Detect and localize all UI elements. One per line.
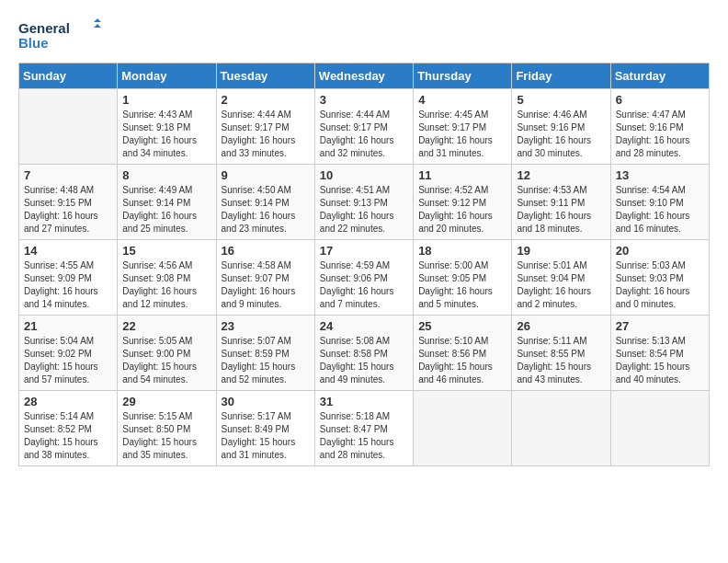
header-day: Tuesday bbox=[216, 63, 314, 89]
header-day: Saturday bbox=[610, 63, 709, 89]
day-number: 17 bbox=[320, 244, 408, 258]
day-info: Sunrise: 5:10 AM Sunset: 8:56 PM Dayligh… bbox=[418, 335, 506, 386]
day-info: Sunrise: 5:13 AM Sunset: 8:54 PM Dayligh… bbox=[616, 335, 704, 386]
day-info: Sunrise: 5:04 AM Sunset: 9:02 PM Dayligh… bbox=[24, 335, 112, 386]
day-number: 2 bbox=[222, 93, 310, 107]
day-number: 24 bbox=[320, 319, 408, 333]
calendar-cell: 4Sunrise: 4:45 AM Sunset: 9:17 PM Daylig… bbox=[414, 89, 512, 165]
calendar-cell: 11Sunrise: 4:52 AM Sunset: 9:12 PM Dayli… bbox=[414, 165, 512, 240]
header-day: Monday bbox=[118, 63, 216, 89]
calendar-cell bbox=[414, 391, 512, 466]
calendar-week: 7Sunrise: 4:48 AM Sunset: 9:15 PM Daylig… bbox=[19, 165, 710, 240]
calendar-cell: 6Sunrise: 4:47 AM Sunset: 9:16 PM Daylig… bbox=[610, 89, 709, 165]
day-number: 13 bbox=[616, 168, 704, 182]
calendar-cell: 1Sunrise: 4:43 AM Sunset: 9:18 PM Daylig… bbox=[118, 89, 216, 165]
calendar-cell: 25Sunrise: 5:10 AM Sunset: 8:56 PM Dayli… bbox=[414, 316, 512, 391]
day-info: Sunrise: 5:00 AM Sunset: 9:05 PM Dayligh… bbox=[418, 259, 506, 311]
day-number: 25 bbox=[418, 319, 506, 333]
header-day: Wednesday bbox=[314, 63, 413, 89]
day-info: Sunrise: 4:58 AM Sunset: 9:07 PM Dayligh… bbox=[222, 259, 310, 311]
day-info: Sunrise: 5:08 AM Sunset: 8:58 PM Dayligh… bbox=[320, 335, 408, 386]
calendar-cell: 5Sunrise: 4:46 AM Sunset: 9:16 PM Daylig… bbox=[512, 89, 610, 165]
day-info: Sunrise: 4:56 AM Sunset: 9:08 PM Dayligh… bbox=[122, 259, 210, 311]
calendar-cell: 8Sunrise: 4:49 AM Sunset: 9:14 PM Daylig… bbox=[118, 165, 216, 240]
page-header: General Blue bbox=[18, 18, 710, 53]
day-info: Sunrise: 4:43 AM Sunset: 9:18 PM Dayligh… bbox=[122, 109, 210, 160]
day-info: Sunrise: 5:15 AM Sunset: 8:50 PM Dayligh… bbox=[122, 410, 210, 462]
day-number: 11 bbox=[418, 168, 506, 182]
header-day: Thursday bbox=[414, 63, 512, 89]
calendar-week: 21Sunrise: 5:04 AM Sunset: 9:02 PM Dayli… bbox=[19, 316, 710, 391]
day-number: 4 bbox=[418, 93, 506, 107]
calendar-header: SundayMondayTuesdayWednesdayThursdayFrid… bbox=[19, 63, 710, 89]
calendar-cell: 24Sunrise: 5:08 AM Sunset: 8:58 PM Dayli… bbox=[314, 316, 413, 391]
calendar-week: 1Sunrise: 4:43 AM Sunset: 9:18 PM Daylig… bbox=[19, 89, 710, 165]
svg-marker-3 bbox=[94, 24, 101, 28]
day-info: Sunrise: 4:50 AM Sunset: 9:14 PM Dayligh… bbox=[222, 184, 310, 236]
day-info: Sunrise: 4:44 AM Sunset: 9:17 PM Dayligh… bbox=[320, 109, 408, 160]
logo-svg: General Blue bbox=[18, 18, 101, 53]
day-info: Sunrise: 5:03 AM Sunset: 9:03 PM Dayligh… bbox=[616, 259, 704, 311]
calendar-cell: 10Sunrise: 4:51 AM Sunset: 9:13 PM Dayli… bbox=[314, 165, 413, 240]
header-row: SundayMondayTuesdayWednesdayThursdayFrid… bbox=[19, 63, 710, 89]
day-number: 7 bbox=[24, 168, 112, 182]
calendar-cell: 30Sunrise: 5:17 AM Sunset: 8:49 PM Dayli… bbox=[216, 391, 314, 466]
calendar-cell: 3Sunrise: 4:44 AM Sunset: 9:17 PM Daylig… bbox=[314, 89, 413, 165]
day-number: 20 bbox=[616, 244, 704, 258]
day-number: 23 bbox=[222, 319, 310, 333]
calendar-body: 1Sunrise: 4:43 AM Sunset: 9:18 PM Daylig… bbox=[19, 89, 710, 466]
calendar-cell: 12Sunrise: 4:53 AM Sunset: 9:11 PM Dayli… bbox=[512, 165, 610, 240]
day-info: Sunrise: 4:54 AM Sunset: 9:10 PM Dayligh… bbox=[616, 184, 704, 236]
day-number: 31 bbox=[320, 395, 408, 408]
day-number: 30 bbox=[222, 395, 310, 408]
calendar-cell bbox=[610, 391, 709, 466]
calendar-cell: 23Sunrise: 5:07 AM Sunset: 8:59 PM Dayli… bbox=[216, 316, 314, 391]
day-number: 10 bbox=[320, 168, 408, 182]
day-info: Sunrise: 4:48 AM Sunset: 9:15 PM Dayligh… bbox=[24, 184, 112, 236]
day-number: 29 bbox=[122, 395, 210, 408]
day-info: Sunrise: 4:49 AM Sunset: 9:14 PM Dayligh… bbox=[122, 184, 210, 236]
day-number: 16 bbox=[222, 244, 310, 258]
day-info: Sunrise: 5:18 AM Sunset: 8:47 PM Dayligh… bbox=[320, 410, 408, 462]
day-number: 9 bbox=[222, 168, 310, 182]
header-day: Friday bbox=[512, 63, 610, 89]
day-info: Sunrise: 5:11 AM Sunset: 8:55 PM Dayligh… bbox=[517, 335, 605, 386]
calendar-week: 28Sunrise: 5:14 AM Sunset: 8:52 PM Dayli… bbox=[19, 391, 710, 466]
day-info: Sunrise: 4:53 AM Sunset: 9:11 PM Dayligh… bbox=[517, 184, 605, 236]
calendar-cell: 9Sunrise: 4:50 AM Sunset: 9:14 PM Daylig… bbox=[216, 165, 314, 240]
day-number: 22 bbox=[122, 319, 210, 333]
calendar-cell bbox=[19, 89, 118, 165]
calendar-cell: 29Sunrise: 5:15 AM Sunset: 8:50 PM Dayli… bbox=[118, 391, 216, 466]
day-info: Sunrise: 5:01 AM Sunset: 9:04 PM Dayligh… bbox=[517, 259, 605, 311]
day-number: 19 bbox=[517, 244, 605, 258]
day-info: Sunrise: 5:05 AM Sunset: 9:00 PM Dayligh… bbox=[122, 335, 210, 386]
calendar-cell: 20Sunrise: 5:03 AM Sunset: 9:03 PM Dayli… bbox=[610, 240, 709, 316]
day-info: Sunrise: 4:55 AM Sunset: 9:09 PM Dayligh… bbox=[24, 259, 112, 311]
svg-text:Blue: Blue bbox=[18, 35, 49, 51]
day-number: 6 bbox=[616, 93, 704, 107]
day-number: 15 bbox=[122, 244, 210, 258]
day-info: Sunrise: 4:59 AM Sunset: 9:06 PM Dayligh… bbox=[320, 259, 408, 311]
day-number: 12 bbox=[517, 168, 605, 182]
day-number: 26 bbox=[517, 319, 605, 333]
calendar-cell: 14Sunrise: 4:55 AM Sunset: 9:09 PM Dayli… bbox=[19, 240, 118, 316]
day-number: 18 bbox=[418, 244, 506, 258]
day-number: 21 bbox=[24, 319, 112, 333]
day-info: Sunrise: 4:47 AM Sunset: 9:16 PM Dayligh… bbox=[616, 109, 704, 160]
day-info: Sunrise: 4:44 AM Sunset: 9:17 PM Dayligh… bbox=[222, 109, 310, 160]
svg-text:General: General bbox=[18, 20, 70, 36]
calendar-cell: 16Sunrise: 4:58 AM Sunset: 9:07 PM Dayli… bbox=[216, 240, 314, 316]
calendar-cell: 19Sunrise: 5:01 AM Sunset: 9:04 PM Dayli… bbox=[512, 240, 610, 316]
calendar-cell: 7Sunrise: 4:48 AM Sunset: 9:15 PM Daylig… bbox=[19, 165, 118, 240]
calendar-cell: 15Sunrise: 4:56 AM Sunset: 9:08 PM Dayli… bbox=[118, 240, 216, 316]
calendar-week: 14Sunrise: 4:55 AM Sunset: 9:09 PM Dayli… bbox=[19, 240, 710, 316]
calendar-cell: 21Sunrise: 5:04 AM Sunset: 9:02 PM Dayli… bbox=[19, 316, 118, 391]
calendar-cell: 22Sunrise: 5:05 AM Sunset: 9:00 PM Dayli… bbox=[118, 316, 216, 391]
day-info: Sunrise: 5:14 AM Sunset: 8:52 PM Dayligh… bbox=[24, 410, 112, 462]
day-info: Sunrise: 4:45 AM Sunset: 9:17 PM Dayligh… bbox=[418, 109, 506, 160]
day-number: 28 bbox=[24, 395, 112, 408]
calendar-cell: 31Sunrise: 5:18 AM Sunset: 8:47 PM Dayli… bbox=[314, 391, 413, 466]
day-info: Sunrise: 4:51 AM Sunset: 9:13 PM Dayligh… bbox=[320, 184, 408, 236]
day-info: Sunrise: 5:17 AM Sunset: 8:49 PM Dayligh… bbox=[222, 410, 310, 462]
day-number: 1 bbox=[122, 93, 210, 107]
